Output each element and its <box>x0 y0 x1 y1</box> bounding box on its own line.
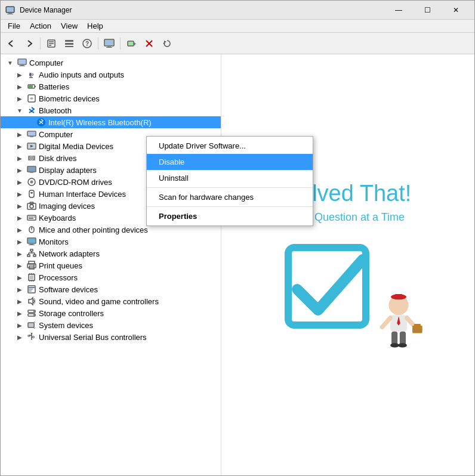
svg-point-44 <box>31 157 32 159</box>
battery-icon <box>27 82 36 91</box>
tree-label: DVD/CD-ROM drives <box>39 178 112 187</box>
ctx-update-driver[interactable]: Update Driver Software... <box>147 138 313 154</box>
toggle-icon[interactable]: ▶ <box>15 213 24 222</box>
tree-label: Intel(R) Wireless Bluetooth(R) <box>48 118 152 127</box>
remove-button[interactable] <box>141 35 158 52</box>
menu-view[interactable]: View <box>56 20 82 32</box>
svg-rect-99 <box>29 323 33 327</box>
window-title: Device Manager <box>20 6 385 14</box>
toggle-icon[interactable]: ▶ <box>15 320 24 330</box>
toggle-icon[interactable]: ▶ <box>15 285 24 294</box>
toggle-icon[interactable]: ▼ <box>5 58 15 67</box>
maximize-button[interactable]: ☐ <box>414 4 441 17</box>
svg-rect-27 <box>19 66 25 66</box>
ctx-properties[interactable]: Properties <box>147 208 313 224</box>
tree-label: Batteries <box>39 82 69 91</box>
tree-item-root[interactable]: ▼ Computer <box>1 57 221 69</box>
audio-icon <box>27 70 36 79</box>
svg-rect-57 <box>27 215 36 220</box>
svg-rect-32 <box>35 86 36 87</box>
tree-item-bluetooth-intel[interactable]: ▶ Intel(R) Wireless Bluetooth(R) <box>1 116 221 128</box>
toggle-icon[interactable]: ▶ <box>15 225 24 234</box>
mouse-icon <box>27 225 36 234</box>
toggle-icon[interactable]: ▶ <box>15 70 24 79</box>
tree-label: Monitors <box>39 237 69 246</box>
toggle-icon[interactable]: ▶ <box>15 177 24 187</box>
svg-rect-90 <box>29 287 35 288</box>
separator-1 <box>40 38 41 50</box>
sound-icon <box>27 296 36 306</box>
toggle-icon[interactable]: ▶ <box>15 308 24 318</box>
tree-label: Mice and other pointing devices <box>39 225 148 234</box>
svg-rect-3 <box>7 7 14 12</box>
tree-item-usb[interactable]: ▶ Universal Serial Bus controllers <box>1 331 221 343</box>
tree-item-network[interactable]: ▶ Network adapters <box>1 248 221 259</box>
svg-rect-69 <box>29 245 35 245</box>
details-button[interactable] <box>61 35 78 52</box>
tree-label: Computer <box>29 58 63 67</box>
toggle-icon[interactable]: ▶ <box>15 129 24 139</box>
tree-label: Network adapters <box>39 249 100 258</box>
tree-label: Bluetooth <box>39 106 72 115</box>
toggle-icon[interactable]: ▶ <box>15 261 24 270</box>
toggle-icon[interactable]: ▶ <box>15 201 24 211</box>
toggle-icon[interactable]: ▼ <box>15 106 24 115</box>
tree-label: Computer <box>39 130 73 139</box>
add-device-button[interactable]: + <box>123 35 140 52</box>
toggle-icon[interactable]: ▶ <box>15 273 24 282</box>
biometric-icon <box>27 94 36 103</box>
svg-point-121 <box>390 343 399 347</box>
menu-file[interactable]: File <box>3 20 25 32</box>
tree-item-batteries[interactable]: ▶ Batteries <box>1 81 221 92</box>
svg-rect-26 <box>20 64 24 66</box>
toggle-icon[interactable]: ▶ <box>15 94 24 103</box>
svg-rect-16 <box>106 47 112 48</box>
tree-item-monitors[interactable]: ▶ Monitors <box>1 236 221 248</box>
toggle-icon[interactable]: ▶ <box>15 82 24 91</box>
tree-label: Processors <box>39 273 78 282</box>
toggle-icon[interactable]: ▶ <box>15 165 24 175</box>
svg-rect-58 <box>29 217 30 218</box>
ctx-disable[interactable]: Disable <box>147 154 313 170</box>
toggle-icon[interactable]: ▶ <box>15 296 24 306</box>
toggle-icon[interactable]: ▶ <box>15 141 24 151</box>
menu-action[interactable]: Action <box>25 20 56 32</box>
tree-label: Audio inputs and outputs <box>39 70 124 79</box>
properties-button[interactable] <box>43 35 60 52</box>
computer-icon <box>27 129 36 139</box>
minimize-button[interactable]: — <box>385 4 412 17</box>
tree-item-sound[interactable]: ▶ Sound, video and game controllers <box>1 295 221 307</box>
ctx-uninstall[interactable]: Uninstall <box>147 170 313 186</box>
forward-button[interactable] <box>21 35 38 52</box>
svg-rect-117 <box>414 324 421 327</box>
toggle-icon[interactable]: ▶ <box>15 332 24 342</box>
tree-item-storage[interactable]: ▶ Storage controllers <box>1 307 221 319</box>
toggle-icon[interactable]: ▶ <box>15 153 24 163</box>
tree-item-audio[interactable]: ▶ Audio inputs and outputs <box>1 69 221 81</box>
device-tree[interactable]: ▼ Computer ▶ <box>1 54 221 475</box>
help-button[interactable]: ? <box>79 35 95 52</box>
svg-marker-93 <box>29 298 33 305</box>
svg-rect-82 <box>30 276 33 279</box>
toggle-icon[interactable]: ▶ <box>15 249 24 258</box>
tree-item-print[interactable]: ▶ Print queues <box>1 259 221 271</box>
tree-item-bluetooth[interactable]: ▼ Bluetooth <box>1 104 221 116</box>
ctx-scan[interactable]: Scan for hardware changes <box>147 189 313 205</box>
svg-point-106 <box>33 336 35 338</box>
refresh-button[interactable] <box>159 35 175 52</box>
usb-icon <box>27 332 36 342</box>
monitor-button[interactable] <box>101 35 118 52</box>
close-button[interactable]: ✕ <box>442 4 470 17</box>
toggle-icon[interactable]: ▶ <box>15 189 24 199</box>
back-button[interactable] <box>3 35 20 52</box>
tree-item-software[interactable]: ▶ Software devices <box>1 283 221 295</box>
tree-item-processors[interactable]: ▶ Processors <box>1 271 221 283</box>
tree-item-biometric[interactable]: ▶ Biometric devices <box>1 92 221 104</box>
tree-label: System devices <box>39 321 93 330</box>
tree-item-system[interactable]: ▶ System devices <box>1 319 221 331</box>
tree-label: Universal Serial Bus controllers <box>39 333 147 342</box>
toggle-icon[interactable]: ▶ <box>15 237 24 246</box>
tree-label: Display adapters <box>39 166 97 175</box>
menu-help[interactable]: Help <box>82 20 108 32</box>
svg-rect-104 <box>28 335 30 336</box>
